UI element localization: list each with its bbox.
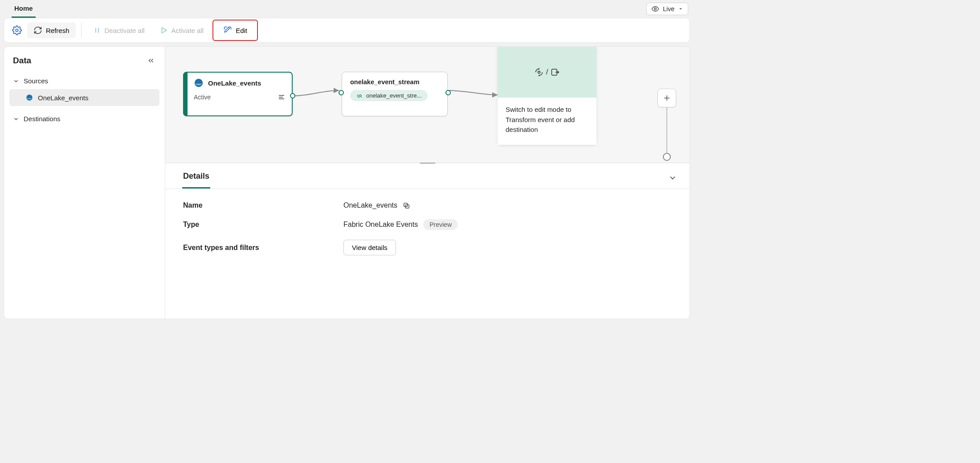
deactivate-all-button[interactable]: Deactivate all — [87, 23, 151, 38]
port-out[interactable] — [290, 93, 295, 98]
details-name-value: OneLake_events — [343, 201, 397, 209]
pipeline-canvas[interactable]: OneLake_events Active onelake_event_stre… — [165, 47, 690, 163]
node-source-status: Active — [194, 94, 211, 101]
pause-icon — [93, 26, 101, 34]
tree-group-destinations-label: Destinations — [24, 115, 61, 123]
details-type-label: Type — [183, 221, 343, 229]
node-source[interactable]: OneLake_events Active — [183, 72, 293, 116]
add-line — [666, 107, 667, 156]
deactivate-label: Deactivate all — [105, 27, 145, 34]
connector-1 — [292, 90, 343, 101]
output-icon — [551, 68, 559, 77]
stream-icon — [356, 93, 363, 99]
activate-all-button[interactable]: Activate all — [154, 23, 210, 38]
transform-icon — [535, 68, 543, 77]
collapse-sidebar-button[interactable] — [147, 57, 155, 65]
chevron-down-icon — [13, 78, 19, 84]
edit-button[interactable]: Edit — [212, 20, 258, 41]
plus-icon — [663, 94, 671, 102]
data-sidebar: Data Sources OneLake_events Destinations — [4, 47, 165, 319]
tree-group-sources-label: Sources — [24, 77, 48, 85]
svg-point-10 — [538, 71, 540, 74]
eye-icon — [651, 5, 659, 13]
details-type-value: Fabric OneLake Events — [343, 221, 418, 229]
mode-select-label: Live — [663, 5, 674, 12]
tree-group-sources[interactable]: Sources — [9, 73, 159, 89]
details-panel: Details Name OneLake_events — [165, 163, 690, 319]
svg-point-0 — [654, 8, 657, 10]
node-destination-placeholder[interactable]: / Switch to edit mode to Transform event… — [498, 47, 596, 145]
preview-badge: Preview — [423, 219, 458, 230]
gear-icon — [12, 25, 22, 35]
svg-point-6 — [195, 79, 203, 87]
refresh-icon — [33, 26, 42, 35]
port-out[interactable] — [445, 90, 451, 95]
details-filters-label: Event types and filters — [183, 244, 343, 252]
copy-icon — [403, 202, 410, 209]
play-icon — [160, 26, 168, 34]
onelake-icon — [194, 78, 204, 88]
menu-icon[interactable] — [278, 93, 286, 101]
chevron-down-icon — [13, 116, 19, 122]
view-details-button[interactable]: View details — [343, 240, 396, 255]
tab-home[interactable]: Home — [12, 0, 36, 18]
node-destination-message: Switch to edit mode to Transform event o… — [498, 98, 596, 145]
stream-pill-label: onelake_event_stre... — [366, 92, 421, 99]
edit-label: Edit — [236, 27, 247, 34]
tree-item-label: OneLake_events — [38, 94, 88, 102]
refresh-button[interactable]: Refresh — [27, 22, 76, 38]
edit-icon — [223, 26, 232, 35]
chevrons-left-icon — [147, 57, 155, 65]
node-stream[interactable]: onelake_event_stream onelake_event_stre.… — [342, 72, 448, 116]
onelake-icon — [25, 94, 33, 102]
details-tab[interactable]: Details — [182, 167, 210, 188]
toolbar: Refresh Deactivate all Activate all Edit — [4, 18, 690, 43]
sidebar-title: Data — [13, 56, 31, 66]
tree-group-destinations[interactable]: Destinations — [9, 111, 159, 127]
svg-point-5 — [26, 94, 33, 101]
stream-pill[interactable]: onelake_event_stre... — [350, 90, 428, 101]
tree-item-onelake-events[interactable]: OneLake_events — [9, 89, 159, 106]
caret-down-icon — [678, 6, 683, 12]
copy-name-button[interactable] — [403, 202, 410, 209]
chevron-down-icon — [668, 173, 677, 182]
add-node-button[interactable] — [657, 89, 676, 107]
node-stream-title: onelake_event_stream — [350, 78, 439, 86]
slash-separator: / — [546, 68, 548, 77]
settings-button[interactable] — [9, 22, 24, 39]
port-in[interactable] — [339, 90, 344, 95]
mode-select-live[interactable]: Live — [646, 3, 688, 15]
details-name-label: Name — [183, 201, 343, 209]
add-knob[interactable] — [663, 153, 671, 161]
svg-marker-4 — [162, 28, 167, 33]
connector-2 — [447, 88, 500, 98]
toolbar-separator — [81, 23, 82, 38]
svg-point-1 — [16, 29, 18, 32]
refresh-label: Refresh — [46, 27, 69, 34]
activate-label: Activate all — [172, 27, 204, 34]
collapse-details-button[interactable] — [668, 173, 677, 182]
node-source-title: OneLake_events — [208, 79, 261, 87]
